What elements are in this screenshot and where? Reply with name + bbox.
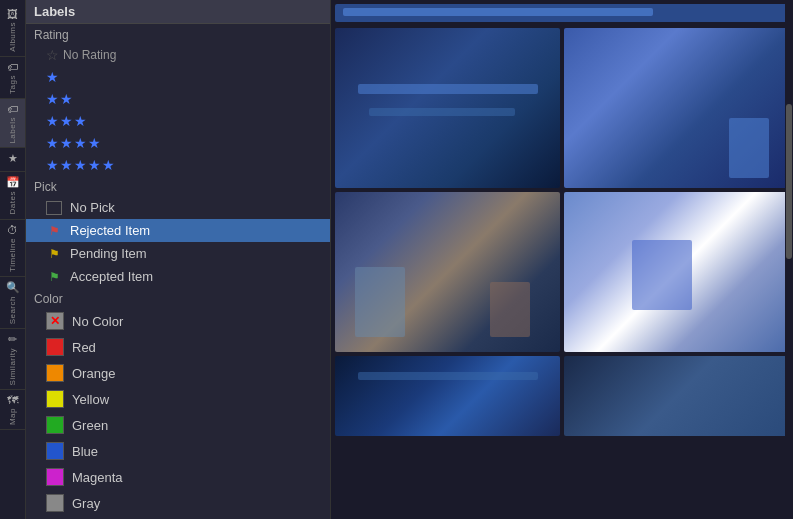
accepted-item-label: Accepted Item xyxy=(70,269,153,284)
magenta-swatch xyxy=(46,468,64,486)
orange-swatch xyxy=(46,364,64,382)
tags-label: Tags xyxy=(8,75,17,94)
search-icon: 🔍 xyxy=(6,281,20,294)
photo-cell-4[interactable] xyxy=(564,192,789,352)
color-section-label: Color xyxy=(26,288,330,308)
rating-4-stars[interactable]: ★ ★ ★ ★ xyxy=(26,132,330,154)
dates-label: Dates xyxy=(8,191,17,214)
photo-cell-2[interactable] xyxy=(564,28,789,188)
color-red[interactable]: Red xyxy=(26,334,330,360)
stars-2: ★ ★ xyxy=(46,91,73,107)
stars-1: ★ xyxy=(46,69,59,85)
color-orange[interactable]: Orange xyxy=(26,360,330,386)
no-rating-star: ☆ xyxy=(46,47,59,63)
albums-icon: 🖼 xyxy=(7,8,18,20)
map-label: Map xyxy=(8,408,17,425)
color-magenta[interactable]: Magenta xyxy=(26,464,330,490)
color-yellow[interactable]: Yellow xyxy=(26,386,330,412)
timeline-label: Timeline xyxy=(8,238,17,272)
stars-5: ★ ★ ★ ★ ★ xyxy=(46,157,115,173)
labels-icon: 🏷 xyxy=(7,103,18,115)
albums-label: Albums xyxy=(8,22,17,52)
similarity-icon: ✏ xyxy=(8,333,17,346)
pick-pending-item[interactable]: ⚑ Pending Item xyxy=(26,242,330,265)
sidebar-item-labels[interactable]: 🏷 Labels xyxy=(0,99,25,149)
panel-header: Labels xyxy=(26,0,330,24)
dates-icon: 📅 xyxy=(6,176,20,189)
no-color-label: No Color xyxy=(72,314,123,329)
green-label: Green xyxy=(72,418,108,433)
color-green[interactable]: Green xyxy=(26,412,330,438)
pick-section-label: Pick xyxy=(26,176,330,196)
left-panel: Labels Rating ☆ No Rating ★ ★ ★ ★ ★ ★ ★ … xyxy=(26,0,331,519)
sidebar-item-timeline[interactable]: ⏱ Timeline xyxy=(0,220,25,277)
pick-accepted-item[interactable]: ⚑ Accepted Item xyxy=(26,265,330,288)
pick-rejected-item[interactable]: ⚑ Rejected Item xyxy=(26,219,330,242)
orange-label: Orange xyxy=(72,366,115,381)
stars-3: ★ ★ ★ xyxy=(46,113,87,129)
rejected-flag-icon: ⚑ xyxy=(46,224,62,238)
right-panel xyxy=(331,0,793,519)
no-pick-icon xyxy=(46,201,62,215)
color-no-color[interactable]: No Color xyxy=(26,308,330,334)
map-icon: 🗺 xyxy=(7,394,18,406)
rating-no-rating[interactable]: ☆ No Rating xyxy=(26,44,330,66)
favorites-icon: ★ xyxy=(8,152,18,165)
labels-label: Labels xyxy=(8,117,17,144)
rating-1-star[interactable]: ★ xyxy=(26,66,330,88)
sidebar-item-map[interactable]: 🗺 Map xyxy=(0,390,25,430)
blue-label: Blue xyxy=(72,444,98,459)
sidebar-item-albums[interactable]: 🖼 Albums xyxy=(0,4,25,57)
scrollbar-thumb[interactable] xyxy=(786,104,792,260)
no-color-swatch xyxy=(46,312,64,330)
sidebar-item-dates[interactable]: 📅 Dates xyxy=(0,172,25,219)
search-label: Search xyxy=(8,296,17,324)
rejected-item-label: Rejected Item xyxy=(70,223,150,238)
gray-swatch xyxy=(46,494,64,512)
pending-flag-icon: ⚑ xyxy=(46,247,62,261)
color-blue[interactable]: Blue xyxy=(26,438,330,464)
sidebar-item-similarity[interactable]: ✏ Similarity xyxy=(0,329,25,390)
top-blue-bar xyxy=(335,4,789,22)
gray-label: Gray xyxy=(72,496,100,511)
rating-3-stars[interactable]: ★ ★ ★ xyxy=(26,110,330,132)
photo-cell-5[interactable] xyxy=(335,356,560,436)
blue-swatch xyxy=(46,442,64,460)
similarity-label: Similarity xyxy=(8,348,17,385)
rating-section-label: Rating xyxy=(26,24,330,44)
red-swatch xyxy=(46,338,64,356)
color-gray[interactable]: Gray xyxy=(26,490,330,516)
accepted-flag-icon: ⚑ xyxy=(46,270,62,284)
photo-cell-1[interactable] xyxy=(335,28,560,188)
green-swatch xyxy=(46,416,64,434)
pick-no-pick[interactable]: No Pick xyxy=(26,196,330,219)
photo-cell-3[interactable] xyxy=(335,192,560,352)
yellow-swatch xyxy=(46,390,64,408)
sidebar-item-favorites[interactable]: ★ xyxy=(0,148,25,172)
sidebar-item-search[interactable]: 🔍 Search xyxy=(0,277,25,329)
red-label: Red xyxy=(72,340,96,355)
stars-4: ★ ★ ★ ★ xyxy=(46,135,101,151)
timeline-icon: ⏱ xyxy=(7,224,18,236)
photo-cell-6[interactable] xyxy=(564,356,789,436)
tags-icon: 🏷 xyxy=(7,61,18,73)
vertical-sidebar: 🖼 Albums 🏷 Tags 🏷 Labels ★ 📅 Dates ⏱ Tim… xyxy=(0,0,26,519)
sidebar-item-tags[interactable]: 🏷 Tags xyxy=(0,57,25,99)
rating-5-stars[interactable]: ★ ★ ★ ★ ★ xyxy=(26,154,330,176)
pending-item-label: Pending Item xyxy=(70,246,147,261)
photo-grid xyxy=(331,24,793,519)
no-pick-label: No Pick xyxy=(70,200,115,215)
rating-2-stars[interactable]: ★ ★ xyxy=(26,88,330,110)
scrollbar[interactable] xyxy=(785,0,793,519)
no-rating-label: No Rating xyxy=(63,48,116,62)
magenta-label: Magenta xyxy=(72,470,123,485)
yellow-label: Yellow xyxy=(72,392,109,407)
